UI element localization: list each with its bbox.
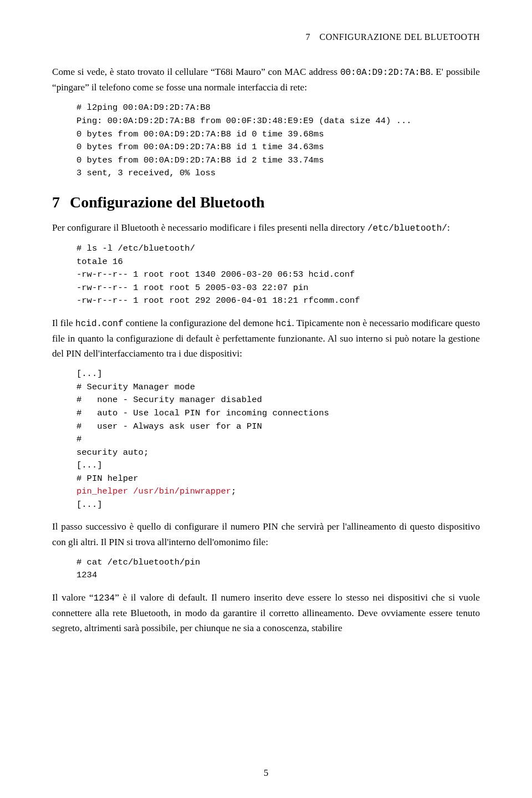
section-title: Configurazione del Bluetooth (70, 194, 265, 211)
filename: hcid.conf (75, 319, 123, 329)
mac-address: 00:0A:D9:2D:7A:B8 (340, 68, 431, 78)
code-part1: [...] # Security Manager mode # none - S… (76, 369, 329, 483)
code-l2ping: # l2ping 00:0A:D9:2D:7A:B8 Ping: 00:0A:D… (76, 101, 480, 180)
path: /etc/bluetooth/ (367, 223, 447, 233)
text: Il file (52, 318, 75, 328)
code-hcid-conf: [...] # Security Manager mode # none - S… (76, 368, 480, 511)
text: contiene la configurazione del demone (124, 318, 276, 328)
daemon-name: hci (276, 319, 292, 329)
code-pin-helper: pin_helper /usr/bin/pinwrapper (76, 486, 231, 496)
text: : (447, 222, 450, 233)
text: ” è il valore di default. Il numero inse… (52, 592, 480, 633)
text: Il valore “ (52, 592, 94, 603)
code-cat-pin: # cat /etc/bluetooth/pin 1234 (76, 556, 480, 582)
code-ls: # ls -l /etc/bluetooth/ totale 16 -rw-r-… (76, 242, 480, 308)
text: Per configurare il Bluetooth è necessari… (52, 222, 367, 233)
page: 7 CONFIGURAZIONE DEL BLUETOOTH Come si v… (0, 0, 532, 798)
page-number: 5 (0, 767, 532, 779)
paragraph-configure: Per configurare il Bluetooth è necessari… (52, 220, 480, 236)
paragraph-pin-step: Il passo successivo è quello di configur… (52, 519, 480, 549)
pin-value: 1234 (94, 593, 115, 603)
text: Come si vede, è stato trovato il cellula… (52, 67, 340, 77)
intro-paragraph: Come si vede, è stato trovato il cellula… (52, 64, 480, 95)
paragraph-default-pin: Il valore “1234” è il valore di default.… (52, 590, 480, 636)
section-heading: 7Configurazione del Bluetooth (52, 194, 480, 211)
section-number: 7 (52, 194, 60, 211)
running-head: 7 CONFIGURAZIONE DEL BLUETOOTH (52, 32, 480, 42)
paragraph-hcid: Il file hcid.conf contiene la configuraz… (52, 316, 480, 362)
